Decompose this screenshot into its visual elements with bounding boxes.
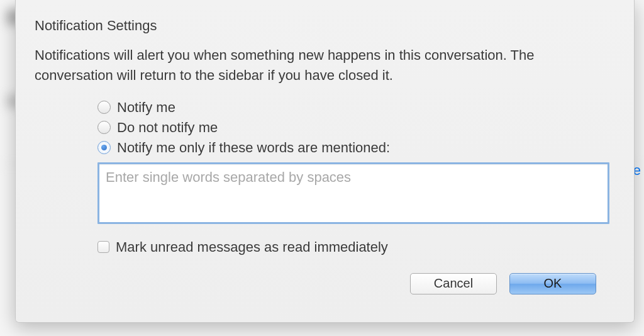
checkbox-label: Mark unread messages as read immediately — [116, 239, 388, 255]
notify-radio-group: Notify me Do not notify me Notify me onl… — [97, 99, 615, 156]
cancel-button[interactable]: Cancel — [410, 273, 497, 294]
radio-label: Notify me only if these words are mentio… — [117, 140, 390, 156]
checkbox-icon — [97, 241, 109, 253]
keywords-input[interactable] — [97, 162, 609, 224]
radio-dot-icon — [101, 145, 107, 150]
radio-notify-me[interactable]: Notify me — [97, 99, 615, 116]
radio-do-not-notify[interactable]: Do not notify me — [97, 120, 615, 136]
radio-notify-if-words[interactable]: Notify me only if these words are mentio… — [97, 140, 615, 156]
ok-button[interactable]: OK — [509, 273, 596, 294]
radio-icon — [97, 101, 111, 114]
radio-label: Do not notify me — [117, 120, 218, 136]
radio-label: Notify me — [117, 99, 175, 116]
dialog-button-row: Cancel OK — [35, 273, 615, 294]
mark-read-checkbox-row[interactable]: Mark unread messages as read immediately — [97, 239, 615, 255]
dialog-title: Notification Settings — [35, 18, 615, 34]
notification-settings-dialog: Notification Settings Notifications will… — [15, 0, 635, 323]
radio-icon-selected — [97, 141, 111, 154]
dialog-description: Notifications will alert you when someth… — [35, 45, 615, 86]
radio-icon — [97, 121, 111, 134]
